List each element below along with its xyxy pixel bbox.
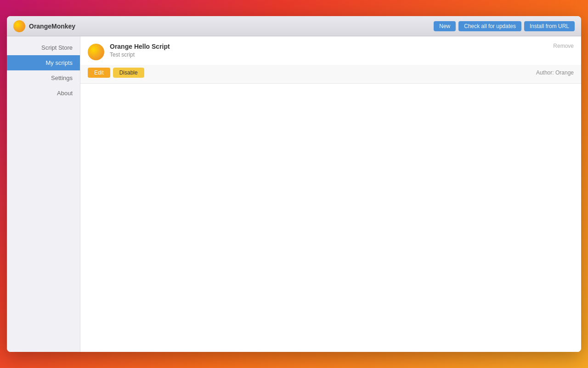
script-actions: Edit Disable bbox=[88, 68, 144, 78]
title-bar-left: OrangeMonkey bbox=[13, 20, 75, 32]
sidebar: Script Store My scripts Settings About bbox=[7, 36, 80, 352]
title-bar-actions: New Check all for updates Install from U… bbox=[434, 21, 575, 31]
sidebar-item-my-scripts[interactable]: My scripts bbox=[7, 55, 80, 70]
script-info: Orange Hello Script Test script bbox=[110, 43, 574, 58]
script-card: Orange Hello Script Test script Remove E… bbox=[80, 36, 581, 84]
new-button[interactable]: New bbox=[434, 21, 456, 31]
script-icon bbox=[88, 44, 104, 60]
sidebar-item-settings[interactable]: Settings bbox=[7, 70, 80, 86]
app-name: OrangeMonkey bbox=[29, 23, 75, 30]
edit-button[interactable]: Edit bbox=[88, 68, 110, 78]
install-from-url-button[interactable]: Install from URL bbox=[524, 21, 575, 31]
script-card-footer: Edit Disable Author: Orange bbox=[80, 65, 581, 83]
check-updates-button[interactable]: Check all for updates bbox=[458, 21, 521, 31]
script-card-header: Orange Hello Script Test script Remove bbox=[80, 36, 581, 65]
remove-link[interactable]: Remove bbox=[553, 43, 574, 49]
app-logo-icon bbox=[13, 20, 25, 32]
disable-button[interactable]: Disable bbox=[113, 68, 144, 78]
content-area: Orange Hello Script Test script Remove E… bbox=[80, 36, 581, 352]
script-description: Test script bbox=[110, 52, 574, 58]
title-bar: OrangeMonkey New Check all for updates I… bbox=[7, 16, 581, 36]
script-name: Orange Hello Script bbox=[110, 43, 574, 50]
app-window: OrangeMonkey New Check all for updates I… bbox=[7, 16, 581, 352]
sidebar-item-script-store[interactable]: Script Store bbox=[7, 40, 80, 55]
sidebar-item-about[interactable]: About bbox=[7, 86, 80, 101]
main-layout: Script Store My scripts Settings About O… bbox=[7, 36, 581, 352]
script-author: Author: Orange bbox=[536, 69, 574, 76]
